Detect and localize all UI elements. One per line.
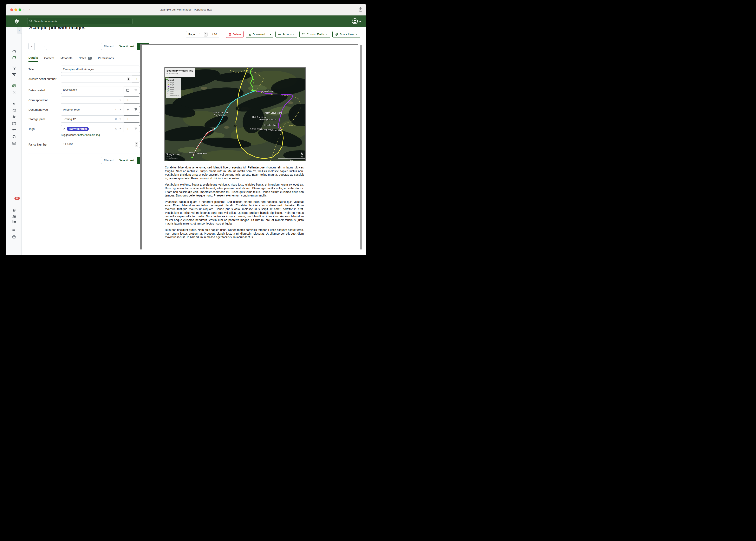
add-correspondent-button[interactable]: + bbox=[124, 97, 132, 104]
share-icon[interactable] bbox=[359, 7, 363, 13]
calendar-button[interactable] bbox=[124, 87, 132, 94]
search-input[interactable] bbox=[34, 20, 130, 23]
remove-tag-icon[interactable]: ✕ bbox=[63, 127, 65, 130]
page-number-input[interactable] bbox=[199, 33, 203, 36]
island-label: Half Dog Island bbox=[252, 116, 266, 118]
logs-icon[interactable] bbox=[12, 228, 17, 233]
chevron-down-icon[interactable] bbox=[119, 119, 121, 120]
next-document-button[interactable]: → bbox=[41, 43, 47, 50]
date-created-label: Date created bbox=[28, 87, 58, 94]
asn-stepper[interactable] bbox=[127, 77, 130, 81]
tags-select[interactable]: ✕ TagWithPartial ✕ bbox=[61, 125, 124, 132]
add-tag-button[interactable]: + bbox=[124, 125, 132, 132]
ellipsis-icon: ⋯ bbox=[278, 33, 281, 36]
correspondent-filter-button[interactable] bbox=[132, 97, 140, 104]
chevron-down-icon bbox=[359, 21, 361, 22]
previous-document-button[interactable]: ← bbox=[35, 43, 41, 50]
trash-icon bbox=[229, 33, 232, 36]
link-icon bbox=[335, 33, 338, 36]
discard-button[interactable]: Discard bbox=[101, 43, 116, 50]
page-number-field[interactable] bbox=[197, 31, 209, 38]
title-input[interactable] bbox=[61, 66, 140, 73]
fancy-number-input[interactable] bbox=[61, 141, 140, 148]
document-type-filter-button[interactable] bbox=[132, 106, 140, 113]
delete-button[interactable]: Delete bbox=[226, 31, 244, 38]
fancy-number-label: Fancy Number bbox=[28, 141, 58, 148]
storage-paths-icon[interactable] bbox=[12, 121, 17, 126]
help-icon[interactable] bbox=[12, 235, 17, 240]
storage-path-filter-button[interactable] bbox=[132, 116, 140, 123]
correspondents-icon[interactable] bbox=[12, 101, 17, 106]
island-label: Gary's Island bbox=[214, 114, 226, 117]
island-label: Lincoln Island bbox=[264, 124, 277, 126]
tab-notes[interactable]: Notes1 bbox=[79, 56, 92, 62]
filter-lines-icon bbox=[134, 108, 137, 111]
download-button[interactable]: Download bbox=[246, 31, 268, 38]
asn-input[interactable] bbox=[61, 75, 132, 83]
chevron-down-icon[interactable] bbox=[119, 100, 121, 101]
documents-icon[interactable] bbox=[12, 55, 17, 60]
close-document-button[interactable]: x bbox=[28, 43, 35, 50]
viewer-scrollbar-thumb[interactable] bbox=[360, 45, 362, 250]
chevron-down-icon[interactable] bbox=[119, 128, 121, 129]
island-label: Squirrel Island bbox=[270, 129, 283, 132]
add-storage-path-button[interactable]: + bbox=[124, 116, 132, 123]
compass-label: N bbox=[301, 156, 303, 158]
tags-icon[interactable] bbox=[12, 108, 17, 113]
user-menu[interactable] bbox=[352, 18, 361, 25]
island-label: Hausons Island bbox=[260, 90, 274, 92]
date-created-input[interactable] bbox=[61, 87, 124, 94]
page-number-stepper[interactable] bbox=[204, 32, 208, 37]
tags-label: Tags bbox=[28, 125, 58, 132]
discard-button[interactable]: Discard bbox=[101, 157, 116, 164]
viewer-scrollbar-track[interactable] bbox=[358, 44, 363, 250]
tab-metadata[interactable]: Metadata bbox=[60, 56, 72, 62]
clear-icon[interactable]: ✕ bbox=[115, 108, 117, 111]
clear-icon[interactable]: ✕ bbox=[115, 127, 117, 130]
storage-path-select[interactable]: Testing 12 ✕ bbox=[61, 116, 124, 123]
fancy-number-stepper[interactable] bbox=[135, 142, 138, 147]
clear-icon[interactable]: ✕ bbox=[115, 118, 117, 121]
users-groups-icon[interactable] bbox=[12, 215, 17, 220]
custom-fields-icon bbox=[302, 33, 305, 36]
asn-plus-one-button[interactable]: +1 bbox=[132, 75, 140, 83]
paperless-logo-icon[interactable] bbox=[14, 18, 19, 25]
tab-content[interactable]: Content bbox=[44, 56, 54, 62]
day6-icon bbox=[168, 93, 169, 94]
file-tasks-icon[interactable] bbox=[12, 134, 17, 139]
tag-chip[interactable]: TagWithPartial bbox=[67, 127, 89, 131]
saved-view-filter-icon[interactable] bbox=[12, 66, 17, 71]
dashboard-home-icon[interactable] bbox=[12, 49, 17, 54]
chevron-down-icon[interactable] bbox=[119, 109, 121, 110]
calendar-icon bbox=[126, 89, 129, 92]
save-and-next-button[interactable]: Save & next bbox=[116, 157, 137, 164]
tab-permissions[interactable]: Permissions bbox=[98, 56, 114, 62]
correspondent-select[interactable] bbox=[61, 97, 124, 104]
tags-filter-button[interactable] bbox=[132, 125, 140, 132]
page-title: 2sample-pdf-with-images bbox=[28, 25, 85, 31]
document-types-icon[interactable] bbox=[12, 114, 17, 119]
custom-fields-icon[interactable] bbox=[12, 128, 17, 133]
saved-view-filter-icon-2[interactable] bbox=[12, 72, 17, 77]
download-icon bbox=[248, 33, 251, 36]
settings-gear-icon[interactable] bbox=[12, 208, 17, 213]
open-document-icon[interactable] bbox=[12, 83, 17, 88]
save-and-next-button[interactable]: Save & next bbox=[116, 43, 137, 50]
sidebar-expand-button[interactable]: » bbox=[17, 27, 22, 34]
suggestion-tag-link[interactable]: Another Sample Tag bbox=[77, 134, 100, 137]
download-options-button[interactable] bbox=[268, 31, 273, 38]
tab-details[interactable]: Details bbox=[28, 56, 38, 62]
filter-lines-icon bbox=[134, 118, 137, 120]
mail-icon[interactable] bbox=[12, 141, 17, 146]
document-type-select[interactable]: Another Type ✕ bbox=[61, 106, 124, 113]
custom-fields-button[interactable]: Custom Fields bbox=[299, 31, 330, 38]
add-document-type-button[interactable]: + bbox=[124, 106, 132, 113]
share-links-button[interactable]: Share Links bbox=[332, 31, 360, 38]
date-filter-button[interactable] bbox=[132, 87, 140, 94]
map-credits: Google Earth © 2017 Google Image © 2017 … bbox=[166, 153, 182, 159]
close-all-documents-icon[interactable] bbox=[12, 90, 17, 95]
document-text: Curabitur bibendum ante urna, sed blandi… bbox=[165, 166, 304, 250]
tasks-icon[interactable] bbox=[12, 219, 17, 224]
scale-label: 3 mi bbox=[290, 159, 293, 161]
actions-menu-button[interactable]: ⋯ Actions bbox=[275, 31, 298, 38]
